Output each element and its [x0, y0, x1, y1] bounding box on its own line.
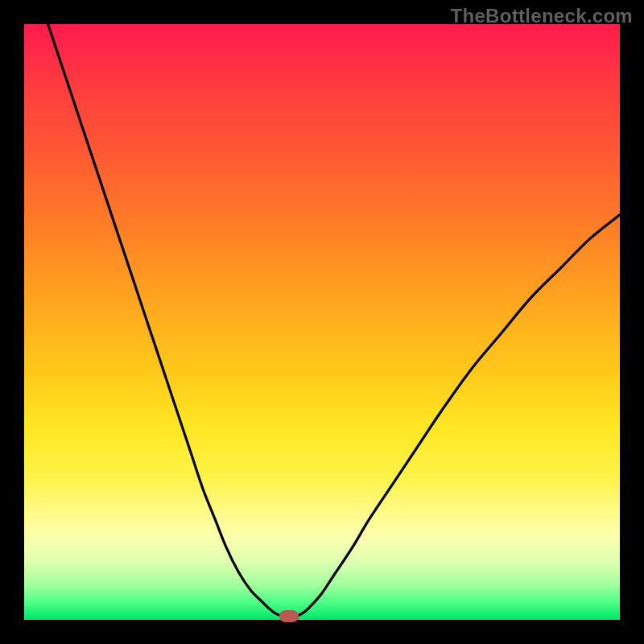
curve-left-branch: [48, 24, 281, 616]
bottleneck-curve: [24, 24, 620, 620]
watermark-text: TheBottleneck.com: [451, 5, 633, 27]
curve-right-branch: [298, 215, 620, 616]
bottleneck-marker: [279, 610, 299, 622]
chart-frame: TheBottleneck.com: [0, 0, 644, 644]
